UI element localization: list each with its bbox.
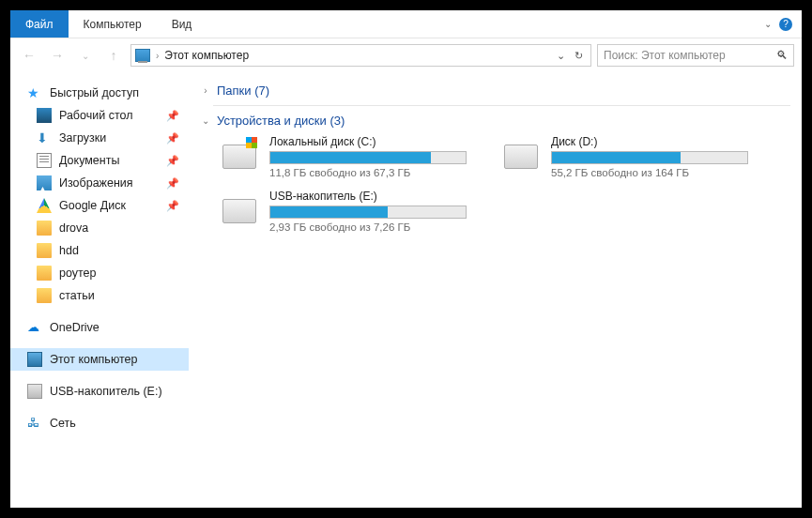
sidebar-item-downloads[interactable]: ⬇Загрузки📌	[10, 127, 189, 149]
sidebar-network[interactable]: 🖧Сеть	[10, 412, 189, 434]
nav-recent-icon[interactable]: ⌄	[74, 44, 97, 67]
sidebar-item-desktop[interactable]: Рабочий стол📌	[10, 104, 189, 127]
sidebar-item-label: Загрузки	[59, 131, 106, 145]
sidebar-item-label: Этот компьютер	[50, 353, 137, 366]
sidebar-quick-access[interactable]: ★ Быстрый доступ	[10, 82, 189, 104]
navbar: ← → ⌄ ↑ › Этот компьютер ⌄ ↻ Поиск: Этот…	[10, 38, 802, 72]
group-folders[interactable]: › Папки (7)	[200, 80, 790, 105]
pin-icon: 📌	[166, 177, 179, 190]
drive-item-d[interactable]: Диск (D:) 55,2 ГБ свободно из 164 ГБ	[504, 135, 748, 178]
documents-icon	[37, 153, 52, 168]
ribbon-expand-icon[interactable]: ⌄	[764, 19, 772, 29]
chevron-right-icon[interactable]: ›	[156, 51, 159, 61]
nav-up-icon[interactable]: ↑	[102, 44, 125, 67]
drive-usage-fill	[270, 206, 388, 218]
pin-icon: 📌	[166, 132, 179, 145]
search-placeholder: Поиск: Этот компьютер	[604, 49, 726, 62]
downloads-icon: ⬇	[37, 130, 52, 145]
onedrive-icon: ☁	[27, 320, 42, 335]
drive-name: Локальный диск (C:)	[269, 135, 467, 148]
group-title: Папки (7)	[217, 84, 269, 98]
pin-icon: 📌	[166, 200, 179, 212]
this-pc-icon	[27, 352, 42, 367]
drive-item-e[interactable]: USB-накопитель (E:) 2,93 ГБ свободно из …	[222, 190, 467, 233]
drives-grid: Локальный диск (C:) 11,8 ГБ свободно из …	[200, 135, 790, 233]
drive-stats: 55,2 ГБ свободно из 164 ГБ	[551, 167, 748, 178]
drive-usage-bar	[269, 151, 467, 164]
sidebar-item-label: USB-накопитель (E:)	[50, 385, 162, 398]
network-icon: 🖧	[27, 416, 42, 431]
group-title: Устройства и диски (3)	[217, 114, 345, 128]
pictures-icon	[37, 175, 52, 190]
folder-icon	[37, 221, 52, 236]
chevron-down-icon: ⌄	[200, 115, 211, 126]
search-input[interactable]: Поиск: Этот компьютер 🔍︎	[597, 44, 794, 67]
sidebar-item-label: Быстрый доступ	[50, 86, 139, 99]
sidebar-item-folder[interactable]: статьи	[10, 284, 189, 307]
desktop-icon	[37, 108, 52, 123]
sidebar-item-label: hdd	[59, 244, 79, 257]
menubar: Файл Компьютер Вид ⌄ ?	[10, 10, 802, 38]
star-icon: ★	[27, 85, 42, 100]
drive-name: USB-накопитель (E:)	[269, 190, 467, 203]
drive-icon	[222, 145, 256, 169]
explorer-window: Файл Компьютер Вид ⌄ ? ← → ⌄ ↑ › Этот ко…	[10, 10, 802, 508]
drive-name: Диск (D:)	[551, 135, 748, 148]
address-bar[interactable]: › Этот компьютер ⌄ ↻	[130, 44, 591, 67]
usb-icon	[27, 384, 42, 399]
pin-icon: 📌	[166, 110, 179, 122]
nav-forward-icon[interactable]: →	[46, 44, 69, 67]
drive-icon	[504, 145, 538, 169]
address-dropdown-icon[interactable]: ⌄	[557, 50, 565, 62]
sidebar-onedrive[interactable]: ☁OneDrive	[10, 316, 189, 339]
sidebar: ★ Быстрый доступ Рабочий стол📌 ⬇Загрузки…	[10, 72, 189, 508]
sidebar-item-label: OneDrive	[50, 321, 100, 334]
sidebar-item-folder[interactable]: drova	[10, 217, 189, 239]
refresh-icon[interactable]: ↻	[575, 50, 583, 62]
sidebar-item-label: drova	[59, 221, 88, 235]
help-icon[interactable]: ?	[779, 18, 792, 31]
sidebar-item-label: статьи	[59, 289, 95, 302]
folder-icon	[37, 266, 52, 281]
sidebar-item-documents[interactable]: Документы📌	[10, 149, 189, 172]
sidebar-item-label: Google Диск	[59, 199, 126, 212]
address-location[interactable]: Этот компьютер	[164, 49, 249, 62]
drive-icon	[222, 199, 256, 223]
drive-usage-bar	[551, 151, 748, 164]
menu-computer[interactable]: Компьютер	[69, 10, 157, 38]
sidebar-item-label: Сеть	[50, 417, 76, 430]
content-pane: › Папки (7) ⌄ Устройства и диски (3) Лок…	[189, 72, 802, 508]
sidebar-item-folder[interactable]: hdd	[10, 239, 189, 262]
pin-icon: 📌	[166, 155, 179, 167]
nav-back-icon[interactable]: ←	[18, 44, 40, 67]
chevron-right-icon: ›	[200, 85, 211, 96]
divider	[213, 105, 790, 106]
sidebar-this-pc[interactable]: Этот компьютер	[10, 348, 189, 371]
drive-stats: 2,93 ГБ свободно из 7,26 ГБ	[269, 221, 467, 233]
this-pc-icon	[135, 49, 150, 62]
sidebar-item-folder[interactable]: роутер	[10, 262, 189, 284]
sidebar-usb[interactable]: USB-накопитель (E:)	[10, 380, 189, 403]
sidebar-item-label: роутер	[59, 267, 97, 280]
sidebar-item-label: Изображения	[59, 176, 133, 190]
folder-icon	[37, 243, 52, 258]
gdrive-icon	[37, 198, 52, 213]
menu-file[interactable]: Файл	[10, 10, 69, 38]
drive-usage-fill	[270, 152, 431, 163]
sidebar-item-label: Документы	[59, 154, 119, 167]
folder-icon	[37, 288, 52, 303]
sidebar-item-pictures[interactable]: Изображения📌	[10, 172, 189, 194]
group-devices[interactable]: ⌄ Устройства и диски (3)	[200, 110, 790, 135]
drive-usage-fill	[552, 152, 681, 163]
drive-stats: 11,8 ГБ свободно из 67,3 ГБ	[269, 167, 467, 178]
drive-usage-bar	[269, 206, 467, 219]
sidebar-item-gdrive[interactable]: Google Диск📌	[10, 194, 189, 217]
drive-item-c[interactable]: Локальный диск (C:) 11,8 ГБ свободно из …	[222, 135, 467, 178]
menu-view[interactable]: Вид	[157, 10, 207, 38]
search-icon: 🔍︎	[776, 49, 788, 62]
sidebar-item-label: Рабочий стол	[59, 109, 132, 122]
